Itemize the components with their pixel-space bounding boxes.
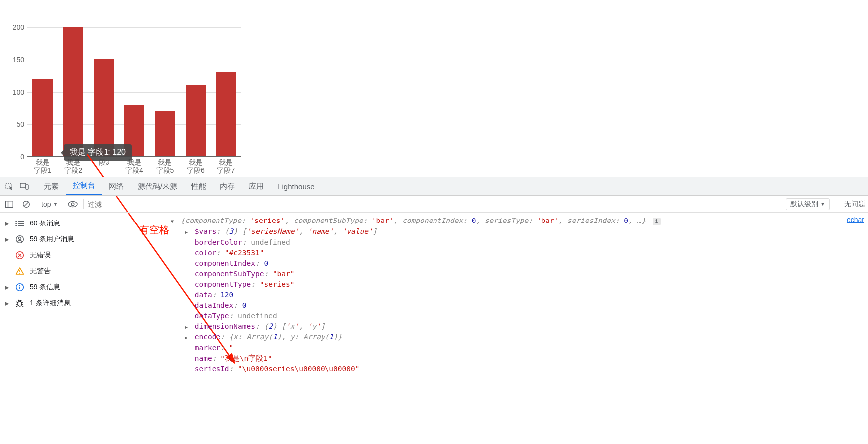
devtools-tabstrip: 元素控制台网络源代码/来源性能内存应用Lighthouse — [0, 177, 868, 196]
chart-bar[interactable] — [216, 72, 236, 156]
console-object-prop[interactable]: data: 120 — [183, 290, 863, 300]
console-sidebar-item[interactable]: ▶1 条详细消息 — [0, 295, 169, 311]
page-content: 050100150200 我是字段1我是字段2段3我是字段4我是字段5我是字段6… — [0, 0, 868, 177]
console-sidebar-item[interactable]: ▶60 条消息 — [0, 216, 169, 231]
chevron-down-icon: ▼ — [53, 201, 58, 207]
console-sidebar-item[interactable]: 无错误 — [0, 247, 169, 263]
console-toolbar: top ▼ 默认级别 ▼ 无问题 — [0, 196, 868, 213]
chart-xlabel: 我是字段6 — [187, 158, 205, 174]
sidebar-item-label: 59 条信息 — [30, 283, 60, 292]
warn-icon — [15, 267, 25, 276]
chart-bar[interactable] — [155, 111, 175, 156]
info-icon — [15, 283, 25, 292]
chart-bar[interactable] — [124, 105, 145, 156]
expand-arrow-icon: ▶ — [5, 236, 10, 243]
chart-xlabel: 我是字段2 — [64, 158, 82, 174]
sidebar-item-label: 无错误 — [30, 251, 51, 260]
svg-line-7 — [24, 202, 29, 206]
devtools-tab[interactable]: Lighthouse — [271, 177, 321, 195]
console-sidebar: ▶60 条消息▶59 条用户消息无错误无警告▶59 条信息▶1 条详细消息 — [0, 213, 169, 444]
execution-context-label: top — [41, 200, 51, 208]
sidebar-item-label: 无警告 — [30, 267, 51, 276]
chart-bar[interactable] — [94, 59, 114, 156]
svg-rect-2 — [20, 183, 26, 188]
error-icon — [15, 251, 25, 260]
bug-icon — [15, 299, 25, 308]
sidebar-item-label: 1 条详细消息 — [30, 299, 71, 308]
chart-xlabel: 我是字段1 — [34, 158, 52, 174]
sidebar-item-label: 60 条消息 — [30, 219, 60, 228]
chart-ytick: 0 — [7, 153, 24, 161]
chart-ytick: 50 — [7, 120, 24, 128]
info-icon[interactable]: i — [653, 218, 661, 225]
chart-ytick: 150 — [7, 56, 24, 64]
chart-x-labels: 我是字段1我是字段2段3我是字段4我是字段5我是字段6我是字段7 — [27, 158, 241, 178]
console-object-prop[interactable]: componentType: "series" — [183, 279, 863, 290]
devtools-tab[interactable]: 源代码/来源 — [131, 177, 184, 195]
chart-xlabel: 我是字段5 — [156, 158, 174, 174]
sidebar-item-label: 59 条用户消息 — [30, 235, 74, 244]
devtools-tab[interactable]: 应用 — [242, 177, 271, 195]
list-icon — [15, 220, 25, 227]
live-expression-icon[interactable] — [66, 201, 79, 208]
expand-arrow-icon: ▶ — [5, 284, 10, 291]
console-object-prop[interactable]: componentIndex: 0 — [183, 258, 863, 269]
console-object-prop[interactable]: color: "#c23531" — [183, 248, 863, 258]
console-body: ▶60 条消息▶59 条用户消息无错误无警告▶59 条信息▶1 条详细消息 ec… — [0, 213, 868, 444]
devtools-tab[interactable]: 网络 — [102, 177, 131, 195]
chart-xlabel: 我是字段7 — [217, 158, 235, 174]
expand-arrow-icon: ▶ — [5, 221, 10, 227]
svg-rect-3 — [26, 185, 28, 189]
console-sidebar-item[interactable]: ▶59 条信息 — [0, 279, 169, 295]
inspect-element-icon[interactable] — [2, 177, 17, 195]
console-object-prop[interactable]: seriesId: "\u0000series\u00000\u00000" — [183, 364, 863, 374]
chart-plot-area: 050100150200 — [27, 27, 241, 157]
log-level-select[interactable]: 默认级别 ▼ — [786, 198, 830, 210]
console-object-prop[interactable]: marker: " — [183, 343, 863, 353]
chart-bar[interactable] — [186, 85, 206, 156]
execution-context-select[interactable]: top ▼ — [41, 200, 58, 208]
console-object-prop[interactable]: ▶ $vars: (3) ['seriesName', 'name', 'val… — [183, 226, 863, 237]
source-link[interactable]: echar — [847, 215, 864, 225]
svg-rect-17 — [19, 287, 20, 289]
svg-point-18 — [18, 301, 22, 306]
svg-point-14 — [19, 273, 20, 274]
chart-ytick: 200 — [7, 23, 24, 31]
console-sidebar-item[interactable]: 无警告 — [0, 263, 169, 279]
clear-console-icon[interactable] — [20, 200, 33, 208]
issues-label: 无问题 — [844, 200, 865, 209]
devtools-tab[interactable]: 内存 — [213, 177, 242, 195]
console-sidebar-item[interactable]: ▶59 条用户消息 — [0, 231, 169, 247]
console-object-prop[interactable]: name: "我是\n字段1" — [183, 353, 863, 364]
console-object-prop[interactable]: borderColor: undefined — [183, 237, 863, 248]
svg-point-9 — [72, 203, 75, 206]
console-object-prop[interactable]: componentSubType: "bar" — [183, 269, 863, 279]
bar-chart[interactable]: 050100150200 我是字段1我是字段2段3我是字段4我是字段5我是字段6… — [5, 5, 249, 174]
console-object-prop[interactable]: dataIndex: 0 — [183, 300, 863, 311]
devtools-tab[interactable]: 元素 — [37, 177, 66, 195]
svg-point-16 — [19, 285, 20, 286]
devtools-panel: 元素控制台网络源代码/来源性能内存应用Lighthouse top ▼ 默认级别… — [0, 177, 868, 444]
chart-xlabel: 段3 — [99, 158, 109, 166]
device-toolbar-icon[interactable] — [17, 177, 32, 195]
chart-bar[interactable] — [32, 79, 53, 156]
devtools-tab[interactable]: 控制台 — [66, 177, 102, 195]
svg-point-8 — [68, 201, 77, 207]
toggle-sidebar-icon[interactable] — [3, 201, 16, 208]
svg-rect-4 — [6, 201, 13, 207]
chart-ytick: 100 — [7, 88, 24, 96]
svg-point-11 — [19, 237, 21, 240]
console-messages[interactable]: echar ▼ {componentType: 'series', compon… — [169, 213, 868, 444]
chart-bar[interactable] — [63, 27, 84, 156]
chart-xlabel: 我是字段4 — [125, 158, 143, 174]
expand-arrow-icon: ▶ — [5, 300, 10, 307]
console-object-header[interactable]: ▼ {componentType: 'series', componentSub… — [169, 216, 863, 226]
devtools-tab[interactable]: 性能 — [184, 177, 213, 195]
user-icon — [15, 235, 25, 244]
console-object-prop[interactable]: ▶ encode: {x: Array(1), y: Array(1)} — [183, 332, 863, 343]
console-object-prop[interactable]: dataType: undefined — [183, 311, 863, 321]
chevron-down-icon: ▼ — [820, 201, 825, 207]
console-object-prop[interactable]: ▶ dimensionNames: (2) ['x', 'y'] — [183, 321, 863, 332]
log-level-label: 默认级别 — [790, 200, 818, 209]
console-filter-input[interactable] — [88, 199, 610, 210]
